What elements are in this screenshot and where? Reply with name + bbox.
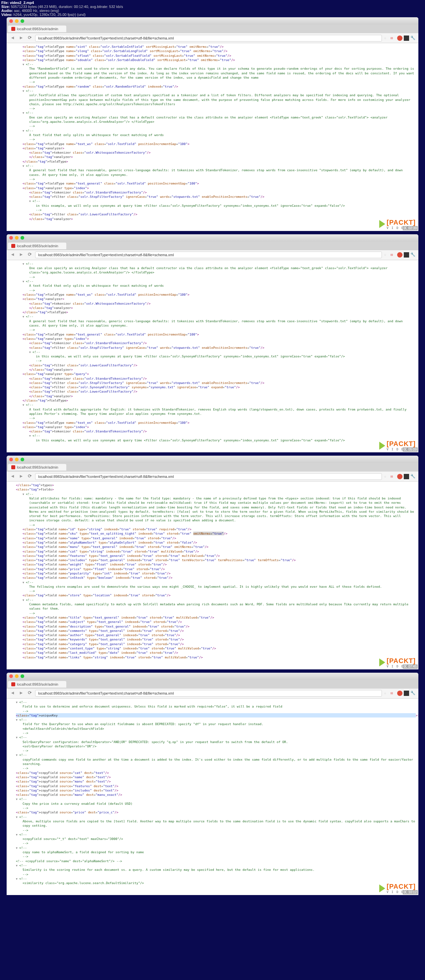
code-line[interactable]: ▼<!--	[9, 492, 416, 496]
code-line[interactable]: -->	[9, 731, 416, 735]
minimize-icon[interactable]	[15, 19, 19, 23]
code-line[interactable]: <class="tag">fieldType name="text_genera…	[9, 332, 416, 337]
bookmark-icon[interactable]: ☆	[384, 35, 389, 41]
code-line[interactable]: <class="tag">field name="sku" type="text…	[9, 531, 416, 536]
code-line[interactable]: <class="tag">filter class="solr.StopFilt…	[9, 194, 416, 199]
forward-icon[interactable]: ▶	[18, 251, 25, 258]
code-line[interactable]: <solrQueryParser defaultOperator="OR"/>	[9, 744, 416, 748]
code-line[interactable]: <class="tag">copyField source="name" des…	[9, 775, 416, 779]
code-line[interactable]: <class="tag">fieldType name="text_ws" cl…	[9, 293, 416, 297]
code-line[interactable]: in this example, we will only use synony…	[9, 438, 416, 442]
code-line[interactable]: -->	[9, 828, 416, 832]
code-line[interactable]: </class="tag">fieldType>	[9, 310, 416, 314]
mail-ext-icon[interactable]: ✉	[390, 35, 396, 41]
code-line[interactable]: <class="tag">field name="features" type=…	[9, 554, 416, 558]
code-line[interactable]: ▼<!--	[9, 700, 416, 704]
code-line[interactable]: <class="tag">copyField source="manu" des…	[9, 792, 416, 797]
code-line[interactable]: <class="tag">tokenizer class="solr.Stand…	[9, 190, 416, 194]
code-line[interactable]: -->	[9, 288, 416, 293]
code-line[interactable]: ▼<!--	[9, 598, 416, 602]
code-line[interactable]: </class="tag">types>	[9, 483, 416, 487]
code-line[interactable]: <class="tag">field name="manu" type="tex…	[9, 544, 416, 549]
code-line[interactable]: ▼<!--	[9, 832, 416, 837]
minimize-icon[interactable]	[15, 675, 19, 678]
code-line[interactable]: <class="tag">fieldType name="text_ws" cl…	[9, 142, 416, 146]
code-line[interactable]: -->	[9, 523, 416, 527]
code-line[interactable]: <class="tag">filter class="solr.StopFilt…	[9, 345, 416, 350]
browser-tab[interactable]: localhost:8983/solr/admin	[8, 464, 66, 471]
close-icon[interactable]	[9, 19, 13, 23]
code-line[interactable]: </class="tag">analyzer>	[9, 217, 416, 221]
code-line[interactable]: ▼<!--	[9, 402, 416, 407]
reload-icon[interactable]: ⟳	[27, 251, 33, 258]
code-line[interactable]: solr.TextField allows the specification …	[9, 93, 416, 106]
code-line[interactable]: <class="tag">field name="content_type" t…	[9, 646, 416, 651]
code-line[interactable]: <class="tag">tokenizer class="solr.White…	[9, 301, 416, 305]
minimize-icon[interactable]	[15, 458, 19, 461]
bookmark-icon[interactable]: ☆	[384, 474, 389, 479]
code-line[interactable]: -->	[9, 358, 416, 363]
code-line[interactable]: <class="tag">fieldType name="slong" clas…	[9, 49, 416, 53]
code-line[interactable]: -->	[9, 124, 416, 128]
code-line[interactable]: <class="tag">tokenizer class="solr.Stand…	[9, 429, 416, 433]
close-icon[interactable]	[9, 236, 13, 240]
maximize-icon[interactable]	[21, 458, 24, 461]
settings-icon[interactable]: 🔧	[411, 35, 416, 41]
code-line[interactable]: -->	[9, 748, 416, 752]
minimize-icon[interactable]	[15, 236, 19, 240]
url-input[interactable]: localhost:8983/solr/admin/file/?contentT…	[35, 251, 382, 258]
code-line[interactable]: -->	[9, 416, 416, 420]
code-line[interactable]: -->	[9, 328, 416, 332]
code-line[interactable]: ▼<!--	[9, 261, 416, 266]
code-line[interactable]: <class="tag">field name="cat" type="stri…	[9, 549, 416, 554]
code-line[interactable]: Valid attributes for fields: name: manda…	[9, 496, 416, 523]
xml-viewer[interactable]: <class="tag">fieldType name="sint" class…	[6, 43, 419, 231]
code-line[interactable]: <class="tag">fieldType name="text_en" cl…	[9, 420, 416, 425]
code-line[interactable]: <class="tag">field name="category" type=…	[9, 642, 416, 646]
bookmark-icon[interactable]: ☆	[384, 690, 389, 696]
code-line[interactable]: <class="tag">uniqueKey>id</class="tag">u…	[9, 713, 416, 718]
code-line[interactable]: -->	[9, 854, 416, 859]
code-line[interactable]: <class="tag">fieldType name="random" cla…	[9, 84, 416, 89]
code-line[interactable]: <class="tag">fieldType name="sdouble" cl…	[9, 58, 416, 62]
code-line[interactable]: -->	[9, 80, 416, 84]
code-line[interactable]: ▼<!--	[9, 129, 416, 133]
code-line[interactable]: ▼<!--	[9, 863, 416, 867]
code-line[interactable]: The "RandomSortField" is not used to sto…	[9, 66, 416, 80]
code-line[interactable]: <class="tag">field name="name" type="tex…	[9, 536, 416, 540]
settings-icon[interactable]: 🔧	[411, 474, 416, 479]
code-line[interactable]: </class="tag">analyzer>	[9, 305, 416, 310]
code-line[interactable]: <class="tag">analyzer>	[9, 297, 416, 301]
code-line[interactable]: </class="tag">fieldType>	[9, 398, 416, 402]
close-icon[interactable]	[9, 675, 13, 678]
code-line[interactable]: ▼<!--	[9, 62, 416, 66]
code-line[interactable]: <class="tag">field name="subject" type="…	[9, 620, 416, 624]
code-line[interactable]: A text field that only splits on whitesp…	[9, 133, 416, 137]
code-line[interactable]: SolrQueryParser configuration: defaultOp…	[9, 740, 416, 744]
back-icon[interactable]: ◀	[9, 35, 16, 41]
code-line[interactable]: The following store examples are used to…	[9, 584, 416, 589]
reload-icon[interactable]: ⟳	[27, 473, 33, 480]
code-line[interactable]: <class="tag">analyzer type="index">	[9, 425, 416, 429]
code-line[interactable]: <!-- <copyField source="name" dest="alph…	[9, 859, 416, 863]
url-input[interactable]: localhost:8983/solr/admin/file/?contentT…	[35, 690, 382, 697]
code-line[interactable]: A general text field that has reasonable…	[9, 168, 416, 177]
code-line[interactable]: <class="tag">field name="keywords" type=…	[9, 637, 416, 641]
code-line[interactable]: <class="tag">fields>	[9, 487, 416, 492]
forward-icon[interactable]: ▶	[18, 473, 25, 480]
bookmark-icon[interactable]: ☆	[384, 252, 389, 258]
code-line[interactable]: ▼<!--	[9, 718, 416, 722]
url-input[interactable]: localhost:8983/solr/admin/file/?contentT…	[35, 35, 382, 41]
code-line[interactable]: <class="tag">field name="last_modified" …	[9, 651, 416, 655]
code-line[interactable]: <class="tag">fieldType name="sint" class…	[9, 45, 416, 49]
code-line[interactable]: ▼<!--	[9, 279, 416, 283]
close-icon[interactable]	[9, 458, 13, 461]
code-line[interactable]: ▼<!--	[9, 314, 416, 318]
code-line[interactable]: </class="tag">analyzer>	[9, 394, 416, 398]
code-line[interactable]: A text field that only splits on whitesp…	[9, 283, 416, 288]
code-line[interactable]: copyField commands copy one field to ano…	[9, 757, 416, 766]
google-ext-icon[interactable]	[397, 474, 403, 479]
code-line[interactable]: <class="tag">field name="id" type="strin…	[9, 527, 416, 531]
code-line[interactable]: <class="tag">field name="store" type="lo…	[9, 593, 416, 597]
code-line[interactable]: One can also specify an existing Analyze…	[9, 115, 416, 124]
